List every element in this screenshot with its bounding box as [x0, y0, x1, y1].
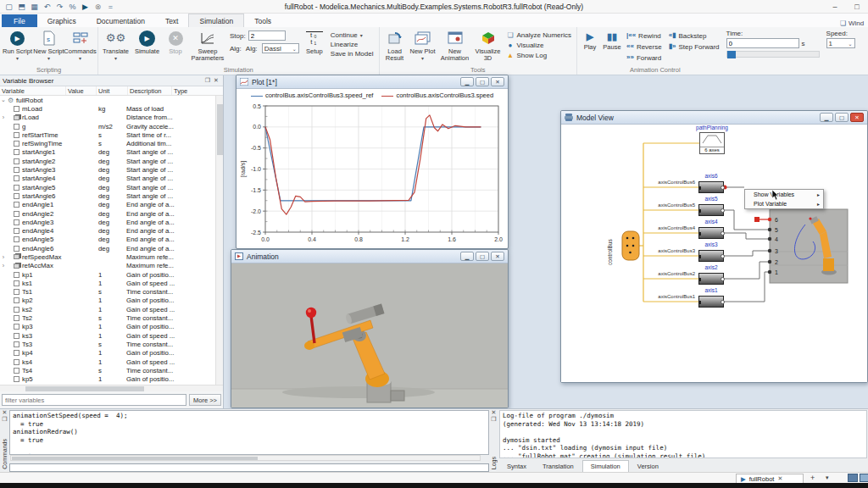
commands-float-icon[interactable]: ❐ — [1, 416, 9, 423]
layout-icon-1[interactable] — [848, 474, 858, 482]
context-menu-plot-variable[interactable]: Plot Variable▸ — [745, 199, 823, 208]
animation-minimize-button[interactable]: ▁ — [460, 252, 474, 261]
column-variable[interactable]: Variable — [0, 86, 66, 95]
save-icon[interactable]: ▦ — [29, 2, 40, 12]
new-script-button[interactable]: s New Script▾ — [33, 28, 64, 66]
commands-close-icon[interactable]: ✕ — [1, 409, 9, 416]
variable-checkbox[interactable] — [14, 219, 19, 225]
variable-checkbox[interactable] — [14, 315, 19, 321]
variable-checkbox[interactable] — [14, 141, 19, 147]
menu-tab-tools[interactable]: Tools — [244, 14, 281, 27]
commands-button[interactable]: Commands▾ — [64, 28, 96, 66]
variable-row[interactable]: ks21Gain of speed ... — [0, 305, 223, 313]
time-slider[interactable] — [726, 51, 820, 58]
variable-row[interactable]: startAngle3degStart angle of ... — [0, 165, 223, 174]
variable-row[interactable]: startAngle4degStart angle of ... — [0, 175, 223, 183]
run-icon[interactable]: ▶ — [80, 2, 91, 12]
animation-3d-view[interactable] — [231, 263, 508, 408]
analyze-numerics-button[interactable]: ❏Analyze Numerics — [507, 31, 571, 39]
logs-tab[interactable]: Logs — [491, 457, 497, 469]
commands-tab[interactable]: Commands — [2, 439, 8, 469]
setup-button[interactable]: t₀ t₁ Setup — [302, 28, 327, 66]
variable-checkbox[interactable] — [14, 272, 19, 278]
model-close-button[interactable]: ✕ — [850, 113, 864, 122]
variable-row[interactable]: endAngle3degEnd angle of a... — [0, 218, 223, 226]
plot-minimize-button[interactable]: ▁ — [460, 77, 474, 86]
animation-maximize-button[interactable]: ▢ — [476, 252, 489, 261]
log-tab-version[interactable]: Version — [630, 461, 666, 472]
menu-tab-text[interactable]: Text — [155, 14, 189, 27]
column-description[interactable]: Description — [128, 86, 172, 95]
reverse-button[interactable]: ««Reverse — [626, 42, 662, 51]
log-close-icon[interactable]: ✕ — [490, 409, 498, 416]
axis-block-axis5[interactable] — [698, 204, 724, 216]
log-float-icon[interactable]: ❐ — [490, 416, 498, 423]
variable-row[interactable]: endAngle2degEnd angle of a... — [0, 209, 223, 218]
log-tab-syntax[interactable]: Syntax — [499, 461, 534, 472]
variable-row[interactable]: gm/s2Gravity accele... — [0, 122, 223, 130]
variable-checkbox[interactable] — [14, 193, 19, 199]
animation-close-button[interactable]: ✕ — [491, 252, 504, 261]
record-icon[interactable] — [14, 254, 19, 259]
variable-row[interactable]: kp51Gain of positio... — [0, 375, 223, 384]
rewind-button[interactable]: |««Rewind — [626, 31, 662, 40]
simulate-button[interactable]: ▶ Simulate — [131, 28, 163, 66]
path-planning-block[interactable]: 6 axes — [699, 132, 725, 154]
settings-icon[interactable]: % — [67, 2, 78, 12]
command-input[interactable] — [9, 463, 489, 472]
variable-checkbox[interactable] — [14, 158, 19, 164]
variable-row[interactable]: ›refAccMaxMaximum refe... — [0, 262, 223, 270]
model-diagram[interactable]: 654321 pathPlanning 6 axes controlBus ax… — [561, 125, 867, 382]
play-button[interactable]: ▶Play — [579, 28, 601, 66]
variable-checkbox[interactable] — [14, 202, 19, 208]
maximize-button[interactable]: □ — [849, 3, 865, 11]
forward-button[interactable]: »»Forward — [626, 53, 662, 62]
variable-scrollbar-vertical[interactable] — [215, 96, 223, 385]
variable-checkbox[interactable] — [14, 167, 19, 173]
algorithm-select[interactable]: Dassl⌄ — [262, 43, 299, 53]
expander-icon[interactable]: › — [0, 114, 7, 120]
variable-row[interactable]: startAngle5degStart angle of ... — [0, 183, 223, 191]
command-scrollbar-horizontal[interactable] — [10, 455, 481, 461]
variable-checkbox[interactable] — [14, 149, 19, 155]
minimize-button[interactable]: – — [827, 3, 843, 11]
context-menu-show-variables[interactable]: Show Variables▸ — [745, 190, 823, 199]
translate-button[interactable]: ⚙⚙ Translate▾ — [100, 28, 131, 66]
variable-row[interactable]: startAngle2degStart angle of ... — [0, 157, 223, 165]
variable-row[interactable]: refStartTimesStart time of r... — [0, 130, 223, 139]
animation-window-titlebar[interactable]: Animation ▁ ▢ ✕ — [231, 250, 508, 263]
redo-icon[interactable]: ↷ — [54, 2, 65, 12]
menu-tab-documentation[interactable]: Documentation — [86, 14, 155, 27]
undo-icon[interactable]: ↶ — [42, 2, 53, 12]
time-slider-thumb[interactable] — [727, 51, 736, 58]
speed-select[interactable]: 1⌄ — [826, 38, 855, 48]
model-view-titlebar[interactable]: Model View ▁ ▢ ✕ — [561, 111, 867, 125]
plot-maximize-button[interactable]: ▢ — [476, 77, 489, 86]
menu-tab-file[interactable]: File — [2, 14, 37, 27]
backstep-button[interactable]: «▮Backstep — [669, 31, 720, 40]
axis-block-axis2[interactable] — [698, 273, 724, 285]
axis-block-axis1[interactable] — [698, 296, 724, 308]
more-button[interactable]: More >> — [189, 394, 221, 406]
expander-icon[interactable]: › — [0, 254, 7, 260]
model-maximize-button[interactable]: ▢ — [835, 113, 849, 122]
column-value[interactable]: Value — [66, 86, 97, 95]
filter-variables-input[interactable] — [2, 394, 186, 406]
variable-checkbox[interactable] — [14, 368, 19, 374]
stop-icon[interactable]: ⊗ — [92, 2, 103, 12]
variable-checkbox[interactable] — [14, 359, 19, 365]
command-output[interactable]: animationSetSpeed(speed = 4); = true ani… — [9, 410, 489, 455]
variable-row[interactable]: Ts3sTime constant... — [0, 340, 223, 348]
variable-row[interactable]: Ts2sTime constant... — [0, 313, 223, 322]
visualize-button[interactable]: ●Visualize — [507, 42, 571, 49]
variable-row[interactable]: ›refSpeedMaxMaximum refe... — [0, 252, 223, 261]
new-tab-button[interactable]: + — [810, 474, 815, 482]
variable-row[interactable]: ks11Gain of speed ... — [0, 279, 223, 287]
stop-time-input[interactable] — [248, 30, 286, 41]
load-result-button[interactable]: Load Result — [381, 28, 409, 66]
variable-row[interactable]: ›rLoadDistance from... — [0, 114, 223, 122]
run-script-button[interactable]: ▶ Run Script▾ — [2, 28, 33, 66]
variable-checkbox[interactable] — [14, 124, 19, 130]
toolbar-overflow-icon[interactable]: = — [105, 2, 116, 12]
variable-checkbox[interactable] — [14, 185, 19, 191]
